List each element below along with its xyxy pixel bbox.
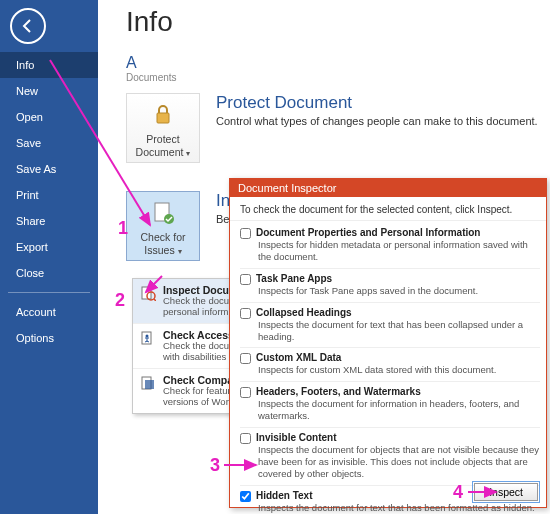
inspector-option[interactable]: Custom XML Data [240,352,540,364]
protect-heading: Protect Document [216,93,538,113]
chevron-down-icon: ▾ [186,149,190,158]
svg-rect-0 [157,113,169,123]
sidebar-item-open[interactable]: Open [0,104,98,130]
sidebar-item-close[interactable]: Close [0,260,98,286]
annotation-1: 1 [118,218,128,239]
svg-rect-9 [145,380,154,389]
annotation-3: 3 [210,455,220,476]
svg-line-5 [154,299,156,301]
page-title: Info [126,6,550,38]
accessibility-icon [139,329,157,347]
option-desc: Inspects for hidden metadata or personal… [258,239,540,263]
sidebar-item-share[interactable]: Share [0,208,98,234]
arrow-left-icon [20,18,36,34]
svg-point-7 [146,334,149,337]
inspect-button[interactable]: Inspect [474,483,538,501]
sidebar-item-print[interactable]: Print [0,182,98,208]
option-desc: Inspects the document for text that has … [258,319,540,343]
inspector-checkbox[interactable] [240,491,251,502]
lock-icon [148,100,178,130]
protect-desc: Control what types of changes people can… [216,115,538,127]
inspector-checkbox[interactable] [240,387,251,398]
doc-location: Documents [126,72,550,83]
inspector-checkbox[interactable] [240,228,251,239]
option-desc: Inspects the document for objects that a… [258,444,540,480]
dialog-body: Document Properties and Personal Informa… [230,221,546,514]
document-check-icon [148,198,178,228]
compatibility-icon [139,374,157,392]
inspector-option-row: Collapsed HeadingsInspects the document … [240,303,540,349]
inspector-option-row: Invisible ContentInspects the document f… [240,428,540,486]
inspector-option-row: Headers, Footers, and WatermarksInspects… [240,382,540,428]
protect-document-button[interactable]: Protect Document ▾ [126,93,200,163]
annotation-2: 2 [115,290,125,311]
dialog-instruction: To check the document for the selected c… [230,197,546,221]
dialog-footer: Inspect [474,483,538,501]
sidebar-separator [8,292,90,293]
protect-button-label: Protect Document [136,133,184,158]
inspector-option[interactable]: Headers, Footers, and Watermarks [240,386,540,398]
inspector-option[interactable]: Invisible Content [240,432,540,444]
annotation-4: 4 [453,482,463,503]
option-title: Task Pane Apps [256,273,332,284]
option-desc: Inspects the document for text that has … [258,502,540,514]
sidebar-item-account[interactable]: Account [0,299,98,325]
option-desc: Inspects for custom XML data stored with… [258,364,540,376]
option-title: Document Properties and Personal Informa… [256,227,480,238]
dialog-title: Document Inspector [230,179,546,197]
inspector-option-row: Task Pane AppsInspects for Task Pane app… [240,269,540,303]
inspector-option-row: Custom XML DataInspects for custom XML d… [240,348,540,382]
doc-letter: A [126,54,550,72]
protect-section: Protect Document ▾ Protect Document Cont… [126,93,550,163]
sidebar-item-saveas[interactable]: Save As [0,156,98,182]
inspector-option-row: Document Properties and Personal Informa… [240,223,540,269]
inspector-checkbox[interactable] [240,274,251,285]
inspector-checkbox[interactable] [240,433,251,444]
sidebar-item-export[interactable]: Export [0,234,98,260]
option-title: Custom XML Data [256,352,341,363]
option-title: Invisible Content [256,432,337,443]
option-desc: Inspects the document for information in… [258,398,540,422]
option-desc: Inspects for Task Pane apps saved in the… [258,285,540,297]
option-title: Hidden Text [256,490,312,501]
inspector-checkbox[interactable] [240,308,251,319]
inspector-option[interactable]: Task Pane Apps [240,273,540,285]
document-inspector-dialog: Document Inspector To check the document… [229,178,547,508]
sidebar-item-options[interactable]: Options [0,325,98,351]
check-for-issues-button[interactable]: Check for Issues ▾ [126,191,200,261]
sidebar-item-save[interactable]: Save [0,130,98,156]
option-title: Collapsed Headings [256,307,352,318]
chevron-down-icon: ▾ [178,247,182,256]
inspector-checkbox[interactable] [240,353,251,364]
inspector-option[interactable]: Document Properties and Personal Informa… [240,227,540,239]
back-button[interactable] [10,8,46,44]
option-title: Headers, Footers, and Watermarks [256,386,421,397]
backstage-sidebar: Info New Open Save Save As Print Share E… [0,0,98,514]
sidebar-item-new[interactable]: New [0,78,98,104]
sidebar-item-info[interactable]: Info [0,52,98,78]
inspect-icon [139,284,157,302]
inspector-option[interactable]: Collapsed Headings [240,307,540,319]
